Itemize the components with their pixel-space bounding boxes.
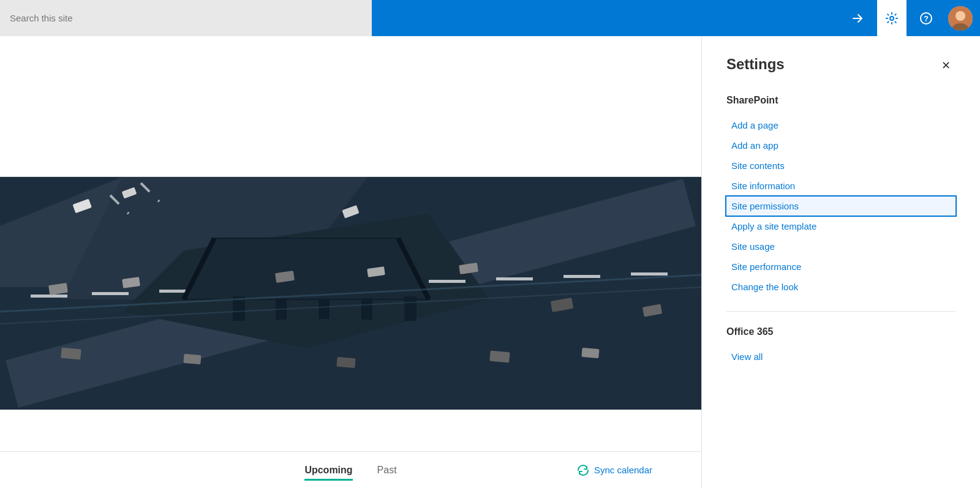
svg-rect-12 [92,292,129,295]
help-icon: ? [919,12,933,25]
tab-upcoming[interactable]: Upcoming [304,460,352,481]
search-container[interactable] [0,0,372,36]
tab-upcoming-label: Upcoming [304,465,352,476]
settings-panel: Settings ✕ SharePoint Add a pageAdd an a… [701,36,980,488]
settings-divider [726,311,956,312]
svg-rect-19 [564,275,600,278]
svg-rect-38 [581,348,599,358]
help-icon-button[interactable]: ? [911,0,941,36]
share-icon-button[interactable] [843,0,872,36]
settings-title: Settings [726,56,785,73]
svg-rect-36 [336,357,355,369]
tab-upcoming-underline [304,479,352,481]
sharepoint-section-title: SharePoint [726,95,956,106]
office365-menu-item-0[interactable]: View all [726,347,956,366]
settings-menu-item-3[interactable]: Site information [726,176,956,195]
top-bar-icons: ? [843,0,980,36]
settings-menu-item-2[interactable]: Site contents [726,156,956,175]
svg-rect-18 [496,277,533,280]
avatar [948,6,973,31]
share-icon [851,12,864,25]
search-input[interactable] [10,13,362,23]
aerial-svg [0,177,701,410]
bottom-tabs: Upcoming Past Sync calendar [0,451,701,488]
svg-rect-37 [489,351,510,363]
sync-calendar-label: Sync calendar [594,465,652,475]
sync-icon [577,464,589,476]
settings-menu-item-6[interactable]: Site usage [726,237,956,256]
svg-rect-20 [631,272,668,276]
site-header [0,36,701,177]
settings-header: Settings ✕ [726,56,956,75]
settings-menu: Add a pageAdd an appSite contentsSite in… [726,116,956,296]
top-bar: ? [0,0,980,36]
settings-menu-item-5[interactable]: Apply a site template [726,217,956,236]
svg-rect-34 [61,348,81,360]
office365-section-title: Office 365 [726,326,956,337]
settings-menu-item-1[interactable]: Add an app [726,136,956,155]
svg-rect-43 [318,299,330,319]
settings-menu-item-0[interactable]: Add a page [726,116,956,135]
tab-past[interactable]: Past [377,460,397,481]
svg-rect-44 [361,298,372,320]
svg-text:?: ? [924,14,929,23]
main-content: Upcoming Past Sync calendar [0,36,701,488]
hero-image [0,177,701,410]
svg-rect-35 [183,354,201,364]
svg-rect-17 [429,280,466,283]
gear-icon [885,12,899,25]
svg-point-4 [956,11,965,21]
gear-icon-button[interactable] [877,0,907,36]
settings-menu-item-8[interactable]: Change the look [726,277,956,296]
svg-rect-11 [31,295,67,298]
office365-menu: View all [726,347,956,366]
tab-past-label: Past [377,465,397,476]
close-button[interactable]: ✕ [936,56,956,75]
settings-menu-item-4[interactable]: Site permissions [726,197,956,216]
avatar-image [948,6,973,31]
svg-rect-45 [404,296,417,321]
svg-point-0 [890,17,894,20]
settings-menu-item-7[interactable]: Site performance [726,257,956,276]
sync-calendar-button[interactable]: Sync calendar [577,464,652,476]
avatar-button[interactable] [948,6,973,31]
